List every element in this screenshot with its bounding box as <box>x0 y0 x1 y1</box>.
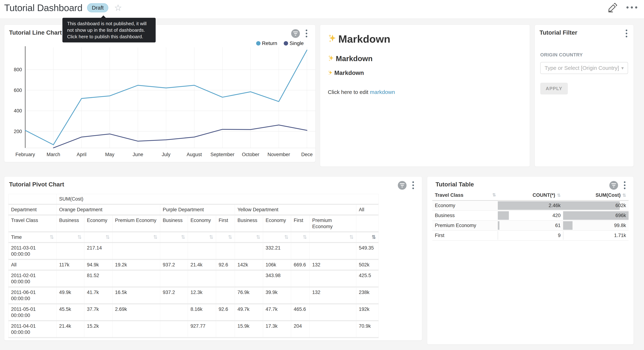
select-placeholder: Type or Select [Origin Country] <box>544 65 620 71</box>
pivot-table: SUM(Cost)DepartmentOrange DepartmentPurp… <box>8 194 378 338</box>
filter-card: Tutorial Filter ORIGIN COUNTRY Type or S… <box>534 25 634 167</box>
pivot-value-cell <box>291 243 310 260</box>
pivot-value-cell: 132 <box>310 287 356 304</box>
pivot-value-cell: 49.7k <box>235 304 263 321</box>
pivot-value-cell: 76.9k <box>235 287 263 304</box>
pivot-value-cell: 106k <box>263 260 291 270</box>
line-chart[interactable]: 200400600800FebruaryMarchAprilMayJuneJul… <box>4 46 315 162</box>
table-row: Premium Economy6199.8k <box>432 220 628 230</box>
sort-icon[interactable]: ⇅ <box>228 234 232 240</box>
sort-icon[interactable]: ⇅ <box>106 234 110 240</box>
pivot-value-cell: 17.3k <box>263 321 291 338</box>
pivot-value-cell <box>56 243 84 260</box>
svg-text:September: September <box>210 152 234 157</box>
pivot-class-header: Economy <box>263 215 291 232</box>
pivot-sort-cell: ⇅ <box>263 232 291 243</box>
table-header-count[interactable]: COUNT(*)⇅ <box>498 190 563 200</box>
kebab-menu-icon[interactable] <box>623 180 626 190</box>
table-header-sum[interactable]: SUM(Cost)⇅ <box>563 190 628 200</box>
svg-text:800: 800 <box>14 67 22 72</box>
svg-text:July: July <box>162 152 170 157</box>
pivot-value-cell: 8.16k <box>188 304 216 321</box>
pivot-value-cell: 132 <box>310 260 356 270</box>
sort-icon[interactable]: ⇅ <box>50 234 54 240</box>
pivot-col-dim: Travel Class <box>8 215 56 232</box>
pivot-value-cell: 937.2 <box>160 287 188 304</box>
pivot-row: 2011-06-01 00:00:0049.9k41.7k16.5k937.21… <box>8 287 378 304</box>
pivot-sort-cell: ⇅ <box>356 232 378 243</box>
svg-text:August: August <box>187 152 202 157</box>
pivot-value-cell <box>112 321 160 338</box>
sort-icon[interactable]: ⇅ <box>492 192 496 198</box>
pivot-value-cell: 47.7k <box>263 304 291 321</box>
markdown-h2: Markdown <box>328 54 522 64</box>
pivot-value-cell: 204 <box>291 321 310 338</box>
table-header-travel-class[interactable]: Travel Class⇅ <box>432 190 498 200</box>
sort-icon[interactable]: ⇅ <box>284 234 288 240</box>
pivot-value-cell: 937.2 <box>160 260 188 270</box>
edit-pencil-icon[interactable] <box>608 2 618 13</box>
sort-icon[interactable]: ⇅ <box>372 234 376 240</box>
pivot-value-cell: 2.69k <box>112 304 160 321</box>
sum-cell: 696k <box>563 210 628 220</box>
sort-icon[interactable]: ⇅ <box>153 234 158 240</box>
origin-country-select[interactable]: Type or Select [Origin Country] ▾ <box>540 62 628 74</box>
sort-icon[interactable]: ⇅ <box>78 234 82 240</box>
pivot-row-label: 2011-03-01 00:00:00 <box>8 243 56 260</box>
filter-circle-icon[interactable] <box>609 181 618 190</box>
travel-class-cell: First <box>432 230 498 240</box>
kebab-menu-icon[interactable] <box>412 180 415 190</box>
apply-button[interactable]: APPLY <box>540 83 568 94</box>
sort-icon[interactable]: ⇅ <box>350 234 354 240</box>
pivot-value-cell <box>310 270 356 287</box>
sort-icon[interactable]: ⇅ <box>209 234 213 240</box>
pivot-class-header: Economy <box>188 215 216 232</box>
pivot-group-header: Orange Department <box>56 204 160 215</box>
pivot-value-cell <box>56 270 84 287</box>
kebab-menu-icon[interactable] <box>625 29 628 38</box>
cell-bar <box>563 231 563 240</box>
pivot-value-cell: 12.3k <box>188 287 216 304</box>
pivot-value-cell: 49.9k <box>56 287 84 304</box>
pivot-value-cell: 37.7k <box>84 304 112 321</box>
sparkles-icon <box>328 70 333 77</box>
filter-circle-icon[interactable] <box>291 29 300 38</box>
table-row: Business420696k <box>432 210 628 220</box>
pivot-value-cell: 16.5k <box>112 287 160 304</box>
svg-text:Dece: Dece <box>301 152 312 157</box>
pivot-class-header: Economy <box>84 215 112 232</box>
filter-circle-icon[interactable] <box>398 181 406 190</box>
sort-icon[interactable]: ⇅ <box>557 193 560 198</box>
draft-badge[interactable]: Draft <box>87 3 108 12</box>
count-cell: 9 <box>498 230 563 240</box>
pivot-value-cell <box>160 243 188 260</box>
pivot-class-header: Business <box>56 215 84 232</box>
kebab-menu-icon[interactable] <box>305 29 308 38</box>
sort-icon[interactable]: ⇅ <box>256 234 260 240</box>
pivot-group-header: Yellow Department <box>235 204 356 215</box>
star-icon[interactable]: ☆ <box>114 4 122 12</box>
sort-icon[interactable]: ⇅ <box>303 234 307 240</box>
pivot-value-cell: 21.4k <box>56 321 84 338</box>
table-card-icons <box>609 180 626 190</box>
pivot-value-cell <box>112 243 160 260</box>
sort-icon[interactable]: ⇅ <box>622 193 626 198</box>
pivot-value-cell: 343.98 <box>263 270 291 287</box>
pivot-value-cell: 238k <box>356 287 378 304</box>
cell-bar <box>563 221 572 230</box>
markdown-edit-link[interactable]: markdown <box>370 89 395 95</box>
unpublished-tooltip[interactable]: This dashboard is not published, it will… <box>62 18 156 42</box>
pivot-sort-cell: ⇅ <box>188 232 216 243</box>
markdown-h1: Markdown <box>328 33 522 46</box>
pivot-value-cell: 94.9k <box>84 260 112 270</box>
pivot-sort-cell: ⇅ <box>56 232 84 243</box>
pivot-value-cell <box>216 321 235 338</box>
pivot-class-header: First <box>291 215 310 232</box>
sort-icon[interactable]: ⇅ <box>181 234 185 240</box>
tooltip-text: This dashboard is not published, it will… <box>67 20 151 40</box>
ellipsis-icon[interactable] <box>626 6 638 10</box>
pivot-value-cell: 502k <box>356 260 378 270</box>
pivot-value-cell: 81.52 <box>84 270 112 287</box>
legend-dot <box>284 41 288 46</box>
pivot-value-cell <box>188 270 216 287</box>
